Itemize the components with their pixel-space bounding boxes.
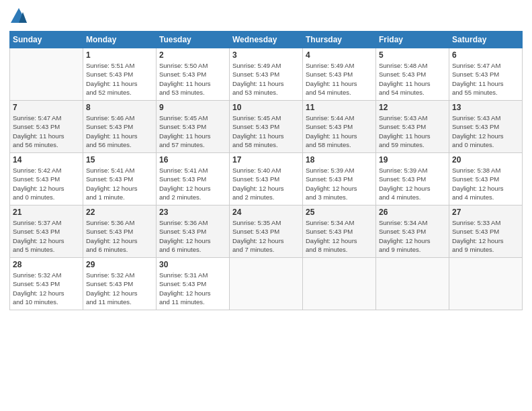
day-info: Sunrise: 5:51 AMSunset: 5:43 PMDaylight:… [86, 61, 153, 97]
calendar-cell: 9Sunrise: 5:45 AMSunset: 5:43 PMDaylight… [157, 101, 230, 153]
day-number: 29 [86, 260, 153, 269]
calendar-cell [303, 258, 376, 310]
logo-icon [9, 7, 28, 26]
day-info: Sunrise: 5:45 AMSunset: 5:43 PMDaylight:… [159, 113, 226, 149]
day-info: Sunrise: 5:32 AMSunset: 5:43 PMDaylight:… [13, 271, 80, 306]
week-row-4: 21Sunrise: 5:37 AMSunset: 5:43 PMDayligh… [10, 205, 523, 258]
day-number: 10 [232, 103, 300, 112]
day-number: 17 [232, 155, 300, 165]
calendar-cell: 11Sunrise: 5:44 AMSunset: 5:43 PMDayligh… [303, 101, 376, 153]
day-number: 16 [159, 155, 226, 165]
calendar-cell: 24Sunrise: 5:35 AMSunset: 5:43 PMDayligh… [230, 205, 303, 258]
calendar-cell: 30Sunrise: 5:31 AMSunset: 5:43 PMDayligh… [157, 258, 230, 310]
day-info: Sunrise: 5:33 AMSunset: 5:43 PMDaylight:… [452, 218, 519, 254]
day-info: Sunrise: 5:49 AMSunset: 5:43 PMDaylight:… [306, 61, 373, 97]
calendar-cell: 28Sunrise: 5:32 AMSunset: 5:43 PMDayligh… [10, 258, 83, 310]
day-info: Sunrise: 5:34 AMSunset: 5:43 PMDaylight:… [379, 218, 446, 254]
day-number: 20 [452, 155, 519, 165]
calendar-cell: 1Sunrise: 5:51 AMSunset: 5:43 PMDaylight… [83, 48, 157, 101]
calendar: SundayMondayTuesdayWednesdayThursdayFrid… [9, 31, 523, 310]
day-info: Sunrise: 5:38 AMSunset: 5:43 PMDaylight:… [452, 166, 519, 201]
day-number: 2 [159, 50, 226, 60]
day-info: Sunrise: 5:45 AMSunset: 5:43 PMDaylight:… [232, 113, 300, 149]
day-number: 13 [452, 103, 519, 112]
day-number: 14 [13, 155, 80, 165]
day-info: Sunrise: 5:41 AMSunset: 5:43 PMDaylight:… [86, 166, 153, 201]
calendar-cell [10, 48, 83, 101]
day-info: Sunrise: 5:36 AMSunset: 5:43 PMDaylight:… [86, 218, 153, 254]
calendar-cell: 8Sunrise: 5:46 AMSunset: 5:43 PMDaylight… [83, 101, 157, 153]
weekday-header-tuesday: Tuesday [157, 32, 230, 48]
day-info: Sunrise: 5:32 AMSunset: 5:43 PMDaylight:… [86, 271, 153, 306]
calendar-cell: 26Sunrise: 5:34 AMSunset: 5:43 PMDayligh… [376, 205, 449, 258]
day-info: Sunrise: 5:42 AMSunset: 5:43 PMDaylight:… [13, 166, 80, 201]
day-number: 25 [306, 208, 373, 217]
day-number: 19 [379, 155, 446, 165]
day-number: 24 [232, 208, 300, 217]
calendar-cell: 2Sunrise: 5:50 AMSunset: 5:43 PMDaylight… [157, 48, 230, 101]
day-info: Sunrise: 5:39 AMSunset: 5:43 PMDaylight:… [379, 166, 446, 201]
day-info: Sunrise: 5:34 AMSunset: 5:43 PMDaylight:… [306, 218, 373, 254]
day-info: Sunrise: 5:50 AMSunset: 5:43 PMDaylight:… [159, 61, 226, 97]
day-number: 26 [379, 208, 446, 217]
calendar-cell: 19Sunrise: 5:39 AMSunset: 5:43 PMDayligh… [376, 153, 449, 205]
calendar-cell [230, 258, 303, 310]
weekday-header-monday: Monday [83, 32, 157, 48]
day-info: Sunrise: 5:31 AMSunset: 5:43 PMDaylight:… [159, 271, 226, 306]
calendar-cell: 5Sunrise: 5:48 AMSunset: 5:43 PMDaylight… [376, 48, 449, 101]
logo [9, 7, 31, 26]
week-row-1: 1Sunrise: 5:51 AMSunset: 5:43 PMDaylight… [10, 48, 523, 101]
day-number: 30 [159, 260, 226, 269]
weekday-header-row: SundayMondayTuesdayWednesdayThursdayFrid… [10, 32, 523, 48]
day-info: Sunrise: 5:41 AMSunset: 5:43 PMDaylight:… [159, 166, 226, 201]
weekday-header-saturday: Saturday [449, 32, 523, 48]
day-number: 21 [13, 208, 80, 217]
calendar-cell: 14Sunrise: 5:42 AMSunset: 5:43 PMDayligh… [10, 153, 83, 205]
calendar-cell: 18Sunrise: 5:39 AMSunset: 5:43 PMDayligh… [303, 153, 376, 205]
day-number: 3 [232, 50, 300, 60]
week-row-3: 14Sunrise: 5:42 AMSunset: 5:43 PMDayligh… [10, 153, 523, 205]
day-info: Sunrise: 5:39 AMSunset: 5:43 PMDaylight:… [306, 166, 373, 201]
day-number: 7 [13, 103, 80, 112]
calendar-cell: 17Sunrise: 5:40 AMSunset: 5:43 PMDayligh… [230, 153, 303, 205]
day-number: 5 [379, 50, 446, 60]
weekday-header-wednesday: Wednesday [230, 32, 303, 48]
calendar-cell: 13Sunrise: 5:43 AMSunset: 5:43 PMDayligh… [449, 101, 523, 153]
calendar-cell: 6Sunrise: 5:47 AMSunset: 5:43 PMDaylight… [449, 48, 523, 101]
page-container: SundayMondayTuesdayWednesdayThursdayFrid… [0, 0, 532, 411]
day-number: 22 [86, 208, 153, 217]
day-info: Sunrise: 5:40 AMSunset: 5:43 PMDaylight:… [232, 166, 300, 201]
calendar-cell: 7Sunrise: 5:47 AMSunset: 5:43 PMDaylight… [10, 101, 83, 153]
day-info: Sunrise: 5:37 AMSunset: 5:43 PMDaylight:… [13, 218, 80, 254]
day-info: Sunrise: 5:36 AMSunset: 5:43 PMDaylight:… [159, 218, 226, 254]
day-number: 11 [306, 103, 373, 112]
day-info: Sunrise: 5:48 AMSunset: 5:43 PMDaylight:… [379, 61, 446, 97]
calendar-cell: 4Sunrise: 5:49 AMSunset: 5:43 PMDaylight… [303, 48, 376, 101]
calendar-cell: 3Sunrise: 5:49 AMSunset: 5:43 PMDaylight… [230, 48, 303, 101]
calendar-cell: 16Sunrise: 5:41 AMSunset: 5:43 PMDayligh… [157, 153, 230, 205]
day-number: 15 [86, 155, 153, 165]
day-number: 28 [13, 260, 80, 269]
weekday-header-thursday: Thursday [303, 32, 376, 48]
calendar-cell: 10Sunrise: 5:45 AMSunset: 5:43 PMDayligh… [230, 101, 303, 153]
calendar-cell: 22Sunrise: 5:36 AMSunset: 5:43 PMDayligh… [83, 205, 157, 258]
day-info: Sunrise: 5:43 AMSunset: 5:43 PMDaylight:… [452, 113, 519, 149]
day-info: Sunrise: 5:35 AMSunset: 5:43 PMDaylight:… [232, 218, 300, 254]
calendar-cell: 27Sunrise: 5:33 AMSunset: 5:43 PMDayligh… [449, 205, 523, 258]
day-number: 6 [452, 50, 519, 60]
header [9, 7, 523, 26]
calendar-cell: 20Sunrise: 5:38 AMSunset: 5:43 PMDayligh… [449, 153, 523, 205]
calendar-cell: 12Sunrise: 5:43 AMSunset: 5:43 PMDayligh… [376, 101, 449, 153]
calendar-cell: 29Sunrise: 5:32 AMSunset: 5:43 PMDayligh… [83, 258, 157, 310]
day-info: Sunrise: 5:46 AMSunset: 5:43 PMDaylight:… [86, 113, 153, 149]
calendar-cell: 21Sunrise: 5:37 AMSunset: 5:43 PMDayligh… [10, 205, 83, 258]
calendar-cell: 23Sunrise: 5:36 AMSunset: 5:43 PMDayligh… [157, 205, 230, 258]
calendar-cell [376, 258, 449, 310]
week-row-5: 28Sunrise: 5:32 AMSunset: 5:43 PMDayligh… [10, 258, 523, 310]
day-info: Sunrise: 5:49 AMSunset: 5:43 PMDaylight:… [232, 61, 300, 97]
week-row-2: 7Sunrise: 5:47 AMSunset: 5:43 PMDaylight… [10, 101, 523, 153]
calendar-cell: 25Sunrise: 5:34 AMSunset: 5:43 PMDayligh… [303, 205, 376, 258]
weekday-header-sunday: Sunday [10, 32, 83, 48]
day-number: 4 [306, 50, 373, 60]
calendar-cell: 15Sunrise: 5:41 AMSunset: 5:43 PMDayligh… [83, 153, 157, 205]
